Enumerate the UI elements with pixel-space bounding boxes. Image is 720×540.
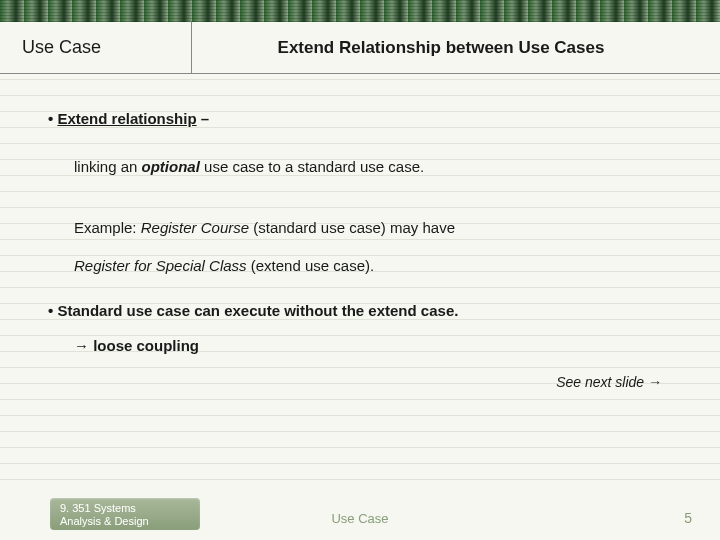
see-next-slide: See next slide → [48, 374, 672, 390]
slide-content: • Extend relationship – linking an optio… [0, 74, 720, 495]
example-mid: (standard use case) may have [249, 219, 455, 236]
arrow-icon: → [74, 337, 89, 354]
slide-title: Extend Relationship between Use Cases [192, 38, 720, 58]
register-special-class-term: Register for Special Class [74, 257, 247, 274]
bullet1-dash: – [197, 110, 210, 127]
example-block: Example: Register Course (standard use c… [74, 209, 672, 284]
example-label: Example: [74, 219, 141, 236]
see-next-text: See next slide [556, 374, 648, 390]
bullet-standard-usecase: • Standard use case can execute without … [48, 302, 672, 319]
optional-word: optional [142, 158, 200, 175]
linking-pre: linking an [74, 158, 142, 175]
loose-coupling-text: loose coupling [89, 337, 199, 354]
bullet-extend-relationship: • Extend relationship – [48, 110, 672, 127]
see-next-arrow-icon: → [648, 374, 662, 390]
example-post: (extend use case). [247, 257, 375, 274]
footer-topic: Use Case [0, 511, 720, 526]
slide-header: Use Case Extend Relationship between Use… [0, 22, 720, 74]
linking-post: use case to a standard use case. [200, 158, 424, 175]
decorative-top-border [0, 0, 720, 22]
page-number: 5 [684, 510, 692, 526]
extend-relationship-term: Extend relationship [57, 110, 196, 127]
bullet-marker: • [48, 110, 57, 127]
linking-description: linking an optional use case to a standa… [74, 155, 672, 179]
slide-footer: 9. 351 Systems Analysis & Design Use Cas… [0, 495, 720, 540]
header-category: Use Case [0, 22, 192, 73]
loose-coupling-line: → loose coupling [74, 337, 672, 354]
register-course-term: Register Course [141, 219, 249, 236]
